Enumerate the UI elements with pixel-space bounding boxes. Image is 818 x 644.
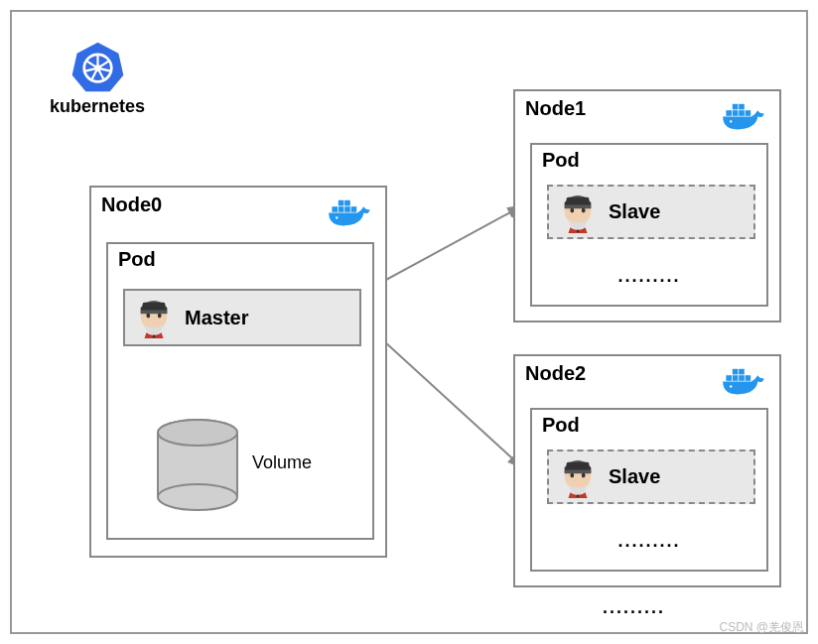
svg-point-61 [577,494,580,497]
svg-point-35 [158,420,237,446]
svg-point-28 [158,314,162,319]
svg-rect-36 [726,110,732,116]
svg-rect-21 [344,200,350,206]
node1-dots: ......... [617,266,680,287]
node2-pod-box: Pod Slave ......... [530,408,768,572]
nodes-ellipsis: ......... [603,597,665,618]
svg-rect-39 [733,104,739,110]
svg-rect-58 [565,466,592,469]
svg-rect-17 [332,206,338,212]
slave1-box: Slave [547,185,755,239]
svg-rect-26 [141,308,168,311]
svg-point-55 [730,385,732,387]
svg-point-42 [730,120,732,122]
volume-label: Volume [252,452,312,473]
node1-pod-box: Pod Slave ......... [530,143,768,307]
svg-rect-38 [739,110,745,116]
docker-icon [720,99,767,139]
svg-rect-49 [726,375,732,381]
slave1-label: Slave [609,200,660,223]
slave2-box: Slave [547,450,755,504]
svg-rect-50 [733,375,739,381]
svg-point-46 [570,207,574,212]
svg-rect-54 [746,375,751,381]
master-label: Master [185,307,248,329]
node2-box: Node2 Pod [513,354,781,587]
svg-rect-53 [739,369,745,375]
node2-pod-title: Pod [532,410,766,441]
svg-rect-51 [739,375,745,381]
svg-point-27 [146,314,150,319]
svg-point-48 [577,229,580,232]
svg-point-23 [336,216,338,218]
svg-rect-40 [739,104,745,110]
kubernetes-label: kubernetes [50,96,145,117]
jenkins-icon [559,192,597,233]
slave2-label: Slave [609,465,660,488]
node0-pod-box: Pod Master [106,242,374,540]
svg-rect-45 [565,201,592,204]
svg-point-59 [570,472,574,477]
node0-box: Node0 Pod [89,186,387,558]
diagram-frame: kubernetes Node0 [10,10,808,634]
svg-point-60 [582,472,586,477]
kubernetes-wheel-icon [70,40,125,94]
svg-rect-18 [339,206,344,212]
svg-rect-22 [351,206,357,212]
node0-pod-title: Pod [108,244,372,275]
svg-point-29 [153,335,156,338]
docker-icon [326,195,373,235]
volume-cylinder-icon [153,418,242,517]
jenkins-icon [135,297,173,338]
svg-rect-52 [733,369,739,375]
svg-rect-19 [344,206,350,212]
node2-dots: ......... [617,531,680,552]
svg-rect-20 [339,200,344,206]
node1-box: Node1 Pod [513,89,781,322]
docker-icon [720,364,767,404]
svg-rect-37 [733,110,739,116]
svg-point-34 [158,484,237,510]
svg-point-47 [582,207,586,212]
svg-rect-41 [746,110,751,116]
jenkins-icon [559,456,597,498]
node1-pod-title: Pod [532,145,766,176]
watermark: CSDN @羌俊恩 [719,619,804,636]
master-box: Master [123,289,361,346]
kubernetes-logo: kubernetes [50,40,145,117]
